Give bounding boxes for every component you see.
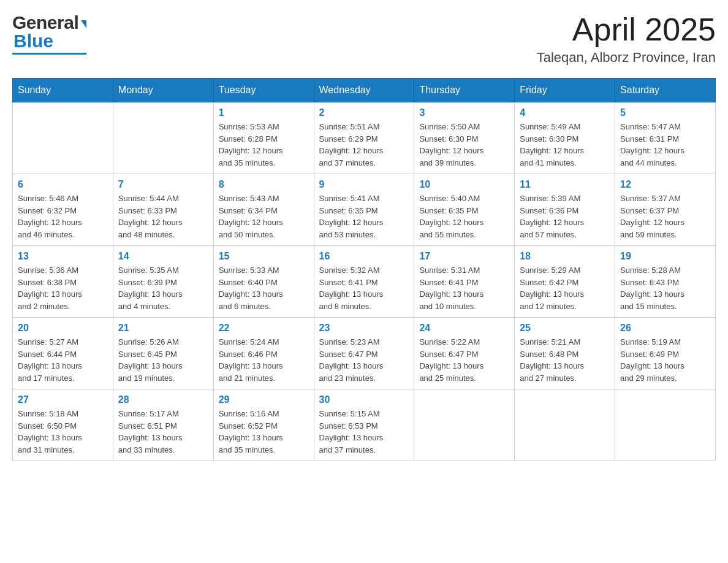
month-title: April 2025 bbox=[537, 12, 716, 47]
day-number: 19 bbox=[620, 251, 710, 262]
calendar-cell bbox=[414, 389, 515, 461]
calendar-cell: 5Sunrise: 5:47 AM Sunset: 6:31 PM Daylig… bbox=[615, 102, 716, 174]
day-info: Sunrise: 5:22 AM Sunset: 6:47 PM Dayligh… bbox=[419, 336, 509, 384]
day-info: Sunrise: 5:28 AM Sunset: 6:43 PM Dayligh… bbox=[620, 264, 710, 312]
day-of-week-header: Tuesday bbox=[213, 79, 314, 102]
calendar-cell bbox=[113, 102, 213, 174]
day-info: Sunrise: 5:27 AM Sunset: 6:44 PM Dayligh… bbox=[18, 336, 108, 384]
calendar-cell: 19Sunrise: 5:28 AM Sunset: 6:43 PM Dayli… bbox=[615, 246, 716, 318]
logo-general-text: General bbox=[12, 12, 86, 33]
calendar-cell: 28Sunrise: 5:17 AM Sunset: 6:51 PM Dayli… bbox=[113, 389, 213, 461]
day-info: Sunrise: 5:26 AM Sunset: 6:45 PM Dayligh… bbox=[118, 336, 208, 384]
page-header: General Blue April 2025 Taleqan, Alborz … bbox=[12, 12, 716, 66]
day-number: 7 bbox=[118, 179, 208, 190]
calendar-cell: 4Sunrise: 5:49 AM Sunset: 6:30 PM Daylig… bbox=[515, 102, 615, 174]
day-info: Sunrise: 5:46 AM Sunset: 6:32 PM Dayligh… bbox=[18, 193, 108, 240]
day-info: Sunrise: 5:21 AM Sunset: 6:48 PM Dayligh… bbox=[520, 336, 610, 384]
calendar-cell: 9Sunrise: 5:41 AM Sunset: 6:35 PM Daylig… bbox=[314, 174, 414, 246]
location-title: Taleqan, Alborz Province, Iran bbox=[537, 50, 716, 66]
day-number: 16 bbox=[319, 251, 409, 262]
day-of-week-header: Thursday bbox=[414, 79, 515, 102]
day-info: Sunrise: 5:23 AM Sunset: 6:47 PM Dayligh… bbox=[319, 336, 409, 384]
calendar-cell bbox=[515, 389, 615, 461]
day-info: Sunrise: 5:41 AM Sunset: 6:35 PM Dayligh… bbox=[319, 193, 409, 240]
day-info: Sunrise: 5:39 AM Sunset: 6:36 PM Dayligh… bbox=[520, 193, 610, 240]
day-number: 15 bbox=[219, 251, 309, 262]
day-info: Sunrise: 5:51 AM Sunset: 6:29 PM Dayligh… bbox=[319, 121, 409, 169]
day-of-week-header: Wednesday bbox=[314, 79, 414, 102]
day-of-week-header: Sunday bbox=[13, 79, 113, 102]
calendar-cell: 23Sunrise: 5:23 AM Sunset: 6:47 PM Dayli… bbox=[314, 318, 414, 389]
day-of-week-header: Monday bbox=[113, 79, 213, 102]
calendar-cell: 26Sunrise: 5:19 AM Sunset: 6:49 PM Dayli… bbox=[615, 318, 716, 389]
calendar-cell: 3Sunrise: 5:50 AM Sunset: 6:30 PM Daylig… bbox=[414, 102, 515, 174]
calendar-week-row: 6Sunrise: 5:46 AM Sunset: 6:32 PM Daylig… bbox=[13, 174, 716, 246]
day-number: 27 bbox=[18, 394, 108, 405]
day-info: Sunrise: 5:44 AM Sunset: 6:33 PM Dayligh… bbox=[118, 193, 208, 240]
day-info: Sunrise: 5:43 AM Sunset: 6:34 PM Dayligh… bbox=[219, 193, 309, 240]
logo-blue-text: Blue bbox=[12, 31, 86, 52]
day-info: Sunrise: 5:33 AM Sunset: 6:40 PM Dayligh… bbox=[219, 264, 309, 312]
calendar-header-row: SundayMondayTuesdayWednesdayThursdayFrid… bbox=[13, 79, 716, 102]
logo-underline bbox=[12, 53, 86, 55]
day-number: 13 bbox=[18, 251, 108, 262]
calendar-cell: 1Sunrise: 5:53 AM Sunset: 6:28 PM Daylig… bbox=[213, 102, 314, 174]
calendar-cell: 20Sunrise: 5:27 AM Sunset: 6:44 PM Dayli… bbox=[13, 318, 113, 389]
day-number: 1 bbox=[219, 107, 309, 118]
day-number: 26 bbox=[620, 323, 710, 334]
day-number: 23 bbox=[319, 323, 409, 334]
day-number: 10 bbox=[419, 179, 509, 190]
calendar-week-row: 27Sunrise: 5:18 AM Sunset: 6:50 PM Dayli… bbox=[13, 389, 716, 461]
day-info: Sunrise: 5:19 AM Sunset: 6:49 PM Dayligh… bbox=[620, 336, 710, 384]
calendar-week-row: 1Sunrise: 5:53 AM Sunset: 6:28 PM Daylig… bbox=[13, 102, 716, 174]
day-of-week-header: Saturday bbox=[615, 79, 716, 102]
calendar-cell: 16Sunrise: 5:32 AM Sunset: 6:41 PM Dayli… bbox=[314, 246, 414, 318]
day-of-week-header: Friday bbox=[515, 79, 615, 102]
calendar-cell: 14Sunrise: 5:35 AM Sunset: 6:39 PM Dayli… bbox=[113, 246, 213, 318]
day-info: Sunrise: 5:53 AM Sunset: 6:28 PM Dayligh… bbox=[219, 121, 309, 169]
day-info: Sunrise: 5:37 AM Sunset: 6:37 PM Dayligh… bbox=[620, 193, 710, 240]
day-info: Sunrise: 5:31 AM Sunset: 6:41 PM Dayligh… bbox=[419, 264, 509, 312]
logo: General Blue bbox=[12, 12, 86, 55]
calendar-cell: 10Sunrise: 5:40 AM Sunset: 6:35 PM Dayli… bbox=[414, 174, 515, 246]
day-number: 6 bbox=[18, 179, 108, 190]
calendar-cell: 11Sunrise: 5:39 AM Sunset: 6:36 PM Dayli… bbox=[515, 174, 615, 246]
day-info: Sunrise: 5:35 AM Sunset: 6:39 PM Dayligh… bbox=[118, 264, 208, 312]
calendar-cell: 22Sunrise: 5:24 AM Sunset: 6:46 PM Dayli… bbox=[213, 318, 314, 389]
day-number: 29 bbox=[219, 394, 309, 405]
calendar-cell bbox=[615, 389, 716, 461]
title-block: April 2025 Taleqan, Alborz Province, Ira… bbox=[537, 12, 716, 66]
calendar-cell: 24Sunrise: 5:22 AM Sunset: 6:47 PM Dayli… bbox=[414, 318, 515, 389]
calendar-cell: 27Sunrise: 5:18 AM Sunset: 6:50 PM Dayli… bbox=[13, 389, 113, 461]
day-number: 14 bbox=[118, 251, 208, 262]
day-number: 24 bbox=[419, 323, 509, 334]
day-number: 12 bbox=[620, 179, 710, 190]
day-number: 30 bbox=[319, 394, 409, 405]
day-number: 20 bbox=[18, 323, 108, 334]
day-info: Sunrise: 5:24 AM Sunset: 6:46 PM Dayligh… bbox=[219, 336, 309, 384]
day-info: Sunrise: 5:16 AM Sunset: 6:52 PM Dayligh… bbox=[219, 408, 309, 456]
calendar-week-row: 13Sunrise: 5:36 AM Sunset: 6:38 PM Dayli… bbox=[13, 246, 716, 318]
day-info: Sunrise: 5:17 AM Sunset: 6:51 PM Dayligh… bbox=[118, 408, 208, 456]
day-number: 11 bbox=[520, 179, 610, 190]
calendar-cell: 25Sunrise: 5:21 AM Sunset: 6:48 PM Dayli… bbox=[515, 318, 615, 389]
day-info: Sunrise: 5:32 AM Sunset: 6:41 PM Dayligh… bbox=[319, 264, 409, 312]
calendar-cell: 12Sunrise: 5:37 AM Sunset: 6:37 PM Dayli… bbox=[615, 174, 716, 246]
day-number: 8 bbox=[219, 179, 309, 190]
day-number: 9 bbox=[319, 179, 409, 190]
calendar-week-row: 20Sunrise: 5:27 AM Sunset: 6:44 PM Dayli… bbox=[13, 318, 716, 389]
day-number: 21 bbox=[118, 323, 208, 334]
calendar-cell: 15Sunrise: 5:33 AM Sunset: 6:40 PM Dayli… bbox=[213, 246, 314, 318]
calendar-cell: 8Sunrise: 5:43 AM Sunset: 6:34 PM Daylig… bbox=[213, 174, 314, 246]
calendar-cell: 7Sunrise: 5:44 AM Sunset: 6:33 PM Daylig… bbox=[113, 174, 213, 246]
day-number: 17 bbox=[419, 251, 509, 262]
day-number: 18 bbox=[520, 251, 610, 262]
calendar-cell: 13Sunrise: 5:36 AM Sunset: 6:38 PM Dayli… bbox=[13, 246, 113, 318]
calendar-cell: 2Sunrise: 5:51 AM Sunset: 6:29 PM Daylig… bbox=[314, 102, 414, 174]
calendar-cell: 30Sunrise: 5:15 AM Sunset: 6:53 PM Dayli… bbox=[314, 389, 414, 461]
day-number: 25 bbox=[520, 323, 610, 334]
day-info: Sunrise: 5:47 AM Sunset: 6:31 PM Dayligh… bbox=[620, 121, 710, 169]
calendar-table: SundayMondayTuesdayWednesdayThursdayFrid… bbox=[12, 78, 716, 461]
calendar-cell: 18Sunrise: 5:29 AM Sunset: 6:42 PM Dayli… bbox=[515, 246, 615, 318]
calendar-cell: 6Sunrise: 5:46 AM Sunset: 6:32 PM Daylig… bbox=[13, 174, 113, 246]
